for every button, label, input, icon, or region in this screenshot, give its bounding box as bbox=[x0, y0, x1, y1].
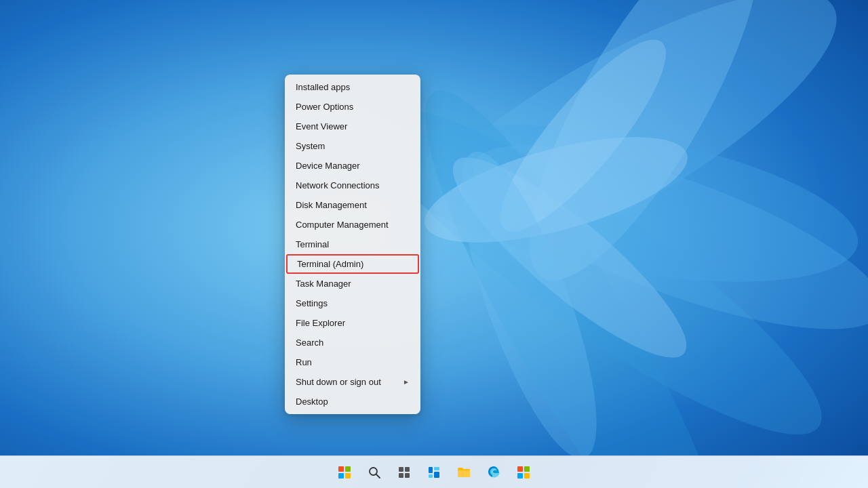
task-view-icon bbox=[398, 466, 410, 479]
menu-item-installed-apps[interactable]: Installed apps bbox=[285, 77, 420, 97]
menu-item-file-explorer[interactable]: File Explorer bbox=[285, 313, 420, 333]
svg-rect-23 bbox=[524, 466, 530, 472]
svg-rect-13 bbox=[399, 467, 403, 472]
microsoft-store-button[interactable] bbox=[510, 459, 537, 486]
widgets-icon bbox=[427, 466, 441, 479]
menu-item-terminal-admin[interactable]: Terminal (Admin) bbox=[286, 254, 419, 274]
store-icon bbox=[517, 466, 530, 479]
menu-item-label: Settings bbox=[296, 298, 328, 308]
file-explorer-button[interactable] bbox=[450, 459, 477, 486]
menu-item-event-viewer[interactable]: Event Viewer bbox=[285, 117, 420, 136]
menu-item-label: Installed apps bbox=[296, 82, 350, 92]
svg-rect-25 bbox=[524, 473, 530, 479]
svg-rect-14 bbox=[405, 467, 410, 472]
svg-point-11 bbox=[370, 468, 377, 475]
svg-rect-16 bbox=[405, 473, 410, 478]
menu-item-label: Search bbox=[296, 338, 323, 348]
context-menu: Installed apps Power Options Event Viewe… bbox=[285, 75, 420, 414]
windows-logo-icon bbox=[338, 466, 351, 479]
menu-item-computer-management[interactable]: Computer Management bbox=[285, 215, 420, 235]
taskbar-search-button[interactable] bbox=[361, 459, 388, 486]
menu-item-label: Terminal (Admin) bbox=[297, 259, 363, 269]
search-icon bbox=[368, 466, 380, 479]
menu-item-label: File Explorer bbox=[296, 318, 345, 328]
task-view-button[interactable] bbox=[391, 459, 418, 486]
svg-rect-15 bbox=[399, 473, 403, 478]
menu-item-settings[interactable]: Settings bbox=[285, 293, 420, 313]
svg-line-12 bbox=[376, 474, 380, 478]
svg-rect-19 bbox=[434, 467, 439, 470]
menu-item-device-manager[interactable]: Device Manager bbox=[285, 156, 420, 176]
taskbar bbox=[0, 455, 868, 488]
menu-item-label: System bbox=[296, 141, 325, 151]
menu-item-label: Desktop bbox=[296, 396, 328, 407]
menu-item-disk-management[interactable]: Disk Management bbox=[285, 195, 420, 215]
widgets-button[interactable] bbox=[420, 459, 448, 486]
menu-item-label: Terminal bbox=[296, 239, 329, 249]
menu-item-run[interactable]: Run bbox=[285, 352, 420, 372]
menu-item-system[interactable]: System bbox=[285, 136, 420, 156]
menu-item-network-connections[interactable]: Network Connections bbox=[285, 176, 420, 195]
svg-rect-21 bbox=[458, 470, 470, 477]
menu-item-label: Power Options bbox=[296, 102, 353, 112]
start-button[interactable] bbox=[331, 459, 358, 486]
menu-item-shut-down-sign-out[interactable]: Shut down or sign out ► bbox=[285, 372, 420, 392]
submenu-arrow-icon: ► bbox=[403, 378, 410, 386]
edge-icon bbox=[487, 466, 500, 479]
menu-item-label: Device Manager bbox=[296, 161, 360, 171]
desktop-background bbox=[0, 0, 868, 455]
menu-item-terminal[interactable]: Terminal bbox=[285, 235, 420, 254]
folder-icon bbox=[457, 466, 471, 479]
menu-item-label: Shut down or sign out bbox=[296, 377, 381, 387]
menu-item-label: Disk Management bbox=[296, 200, 367, 210]
svg-rect-18 bbox=[429, 474, 433, 478]
menu-item-search[interactable]: Search bbox=[285, 333, 420, 352]
svg-rect-22 bbox=[517, 466, 523, 472]
wallpaper-svg bbox=[0, 0, 868, 455]
svg-rect-24 bbox=[517, 473, 523, 479]
menu-item-label: Task Manager bbox=[296, 279, 351, 289]
desktop: Installed apps Power Options Event Viewe… bbox=[0, 0, 868, 488]
svg-rect-20 bbox=[434, 472, 439, 478]
menu-item-desktop[interactable]: Desktop bbox=[285, 392, 420, 411]
menu-item-label: Event Viewer bbox=[296, 121, 347, 131]
menu-item-label: Run bbox=[296, 357, 312, 367]
menu-item-task-manager[interactable]: Task Manager bbox=[285, 274, 420, 293]
microsoft-edge-button[interactable] bbox=[480, 459, 507, 486]
menu-item-label: Network Connections bbox=[296, 180, 380, 190]
menu-item-label: Computer Management bbox=[296, 220, 389, 230]
menu-item-power-options[interactable]: Power Options bbox=[285, 97, 420, 117]
svg-rect-17 bbox=[429, 467, 433, 473]
